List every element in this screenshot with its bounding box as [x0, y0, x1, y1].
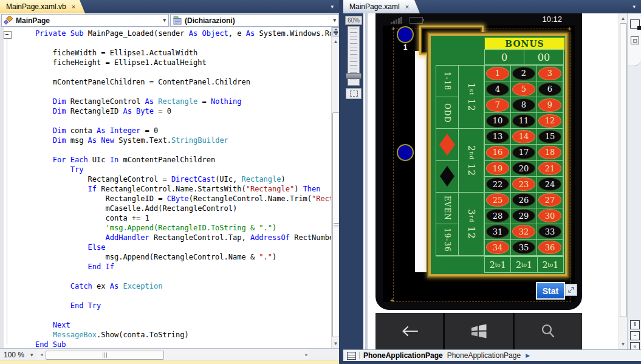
- document-outline-icon[interactable]: [347, 352, 356, 360]
- scroll-left-icon[interactable]: ◂: [38, 351, 46, 359]
- slider-thumb[interactable]: [346, 73, 362, 79]
- bet-cell-odd[interactable]: ODD: [436, 97, 458, 129]
- designer-vertical-scrollbar[interactable]: ▲ ▼: [619, 13, 627, 349]
- roulette-number-cell[interactable]: 26: [511, 193, 537, 208]
- roulette-table[interactable]: BONUS 0 00 12345678910111213141516171819…: [427, 32, 569, 278]
- roulette-chip[interactable]: [397, 26, 414, 43]
- roulette-number-cell[interactable]: 1: [485, 66, 511, 81]
- roulette-number-cell[interactable]: 8: [511, 97, 537, 113]
- vertical-split-icon[interactable]: ‖: [630, 320, 640, 329]
- roulette-number-cell[interactable]: 33: [537, 224, 563, 240]
- object-dropdown[interactable]: MainPage ▾: [1, 14, 169, 27]
- roulette-number-cell[interactable]: 2: [511, 66, 537, 81]
- scroll-right-icon[interactable]: ▸: [303, 351, 310, 359]
- scroll-up-icon[interactable]: ▲: [619, 15, 627, 22]
- roulette-number-cell[interactable]: 34: [485, 240, 511, 256]
- roulette-number-cell[interactable]: 12: [537, 113, 563, 129]
- bet-cell-even[interactable]: EVEN: [436, 193, 458, 224]
- bet-cell-3rd-12[interactable]: 3rd 12: [459, 193, 484, 256]
- collapse-region-icon[interactable]: [4, 31, 12, 39]
- roulette-number-cell[interactable]: 9: [537, 97, 563, 113]
- bet-cell-black[interactable]: [436, 161, 458, 193]
- roulette-number-cell[interactable]: 21: [537, 161, 563, 177]
- bet-cell-2to1[interactable]: 2to1: [510, 257, 536, 272]
- resize-handle-icon[interactable]: [565, 284, 577, 296]
- roulette-number-cell[interactable]: 35: [511, 240, 537, 256]
- roulette-number-cell[interactable]: 4: [485, 81, 511, 97]
- declarations-dropdown[interactable]: (Dichiarazioni) ▾: [170, 14, 339, 27]
- declarations-icon: [173, 16, 182, 26]
- editor-zoom-dropdown[interactable]: 100 % ▾: [0, 351, 37, 359]
- bet-cell-0[interactable]: 0: [485, 50, 524, 64]
- zoom-to-fit-button[interactable]: [346, 88, 362, 99]
- bet-cell-19-36[interactable]: 19-36: [436, 224, 458, 256]
- roulette-number-cell[interactable]: 24: [537, 177, 563, 193]
- bet-cell-00[interactable]: 00: [524, 50, 563, 64]
- xaml-design-surface[interactable]: 60% 10:12 + +: [343, 13, 641, 349]
- roulette-number-cell[interactable]: 22: [485, 177, 511, 193]
- roulette-number-cell[interactable]: 28: [485, 208, 511, 224]
- close-icon[interactable]: ×: [72, 4, 75, 10]
- roulette-number-cell[interactable]: 14: [511, 129, 537, 145]
- code-line: mCaselle.Add(RectangleControl): [18, 204, 331, 213]
- roulette-number-cell[interactable]: 29: [511, 208, 537, 224]
- device-options-icon[interactable]: [630, 19, 640, 29]
- roulette-number-cell[interactable]: 36: [537, 240, 563, 256]
- tab-overflow-icon[interactable]: ▾: [632, 4, 636, 10]
- close-icon[interactable]: ×: [405, 4, 409, 10]
- tab-overflow-icon[interactable]: ▾: [331, 4, 334, 10]
- roulette-number-cell[interactable]: 20: [511, 161, 537, 177]
- roulette-number-cell[interactable]: 32: [511, 224, 537, 240]
- code-editor-surface[interactable]: Private Sub MainPage_Loaded(sender As Ob…: [0, 27, 331, 348]
- breadcrumb-item-page[interactable]: PhoneApplicationPage: [363, 351, 443, 360]
- designer-zoom-value[interactable]: 60%: [345, 16, 362, 25]
- designer-zoom-slider[interactable]: [348, 26, 360, 86]
- tab-mainpage-xaml[interactable]: MainPage.xaml ×: [343, 0, 420, 13]
- number-ellipse: 19: [486, 162, 509, 175]
- bet-cell-2nd-12[interactable]: 2nd 12: [459, 129, 484, 192]
- roulette-number-cell[interactable]: 15: [537, 129, 563, 145]
- scrollbar-thumb[interactable]: [620, 23, 627, 317]
- bet-cell-2to1[interactable]: 2to1: [485, 257, 510, 272]
- scrollbar-thumb[interactable]: [46, 351, 164, 360]
- roulette-number-cell[interactable]: 17: [511, 145, 537, 160]
- editor-horizontal-scrollbar[interactable]: ◂ ▸: [37, 349, 309, 360]
- pane-splitter[interactable]: [339, 0, 343, 364]
- roulette-number-cell[interactable]: 6: [537, 81, 563, 97]
- number-ellipse: 27: [538, 193, 561, 207]
- stat-button[interactable]: Stat: [536, 282, 565, 300]
- phone-screen: + + + 1 BONUS 0 00 1234567891011121: [383, 26, 575, 302]
- roulette-number-cell[interactable]: 19: [485, 161, 511, 177]
- roulette-number-cell[interactable]: 31: [485, 224, 511, 240]
- roulette-number-cell[interactable]: 27: [537, 193, 563, 208]
- bet-cell-1st-12[interactable]: 1st 12: [459, 66, 484, 129]
- roulette-chip[interactable]: [397, 144, 414, 161]
- editor-vertical-scrollbar[interactable]: ▲ ▼: [331, 27, 340, 348]
- bet-cell-1-18[interactable]: 1-18: [436, 66, 458, 97]
- bet-cell-red[interactable]: [436, 129, 458, 160]
- collapse-pane-icon[interactable]: «: [630, 342, 640, 349]
- side-panel[interactable]: [415, 51, 427, 272]
- roulette-number-cell[interactable]: 25: [485, 193, 511, 208]
- roulette-number-cell[interactable]: 13: [485, 129, 511, 145]
- chevron-down-icon[interactable]: ▾: [30, 352, 33, 358]
- roulette-number-cell[interactable]: 10: [485, 113, 511, 129]
- scroll-down-icon[interactable]: ▼: [619, 340, 627, 348]
- roulette-number-cell[interactable]: 16: [485, 145, 511, 160]
- chevron-down-icon[interactable]: ▾: [333, 17, 336, 23]
- roulette-number-cell[interactable]: 18: [537, 145, 563, 160]
- horizontal-split-icon[interactable]: −: [630, 331, 640, 340]
- bet-cell-2to1[interactable]: 2to1: [537, 257, 563, 272]
- tab-mainpage-xaml-vb[interactable]: MainPage.xaml.vb ×: [0, 0, 85, 13]
- chevron-down-icon[interactable]: ▾: [163, 17, 166, 23]
- roulette-number-cell[interactable]: 7: [485, 97, 511, 113]
- bonus-banner[interactable]: BONUS: [484, 37, 565, 50]
- roulette-number-cell[interactable]: 23: [511, 177, 537, 193]
- breadcrumb-expand-icon[interactable]: ▶: [526, 352, 530, 359]
- roulette-number-cell[interactable]: 3: [537, 66, 563, 81]
- roulette-number-cell[interactable]: 5: [511, 81, 537, 97]
- breadcrumb-item-type[interactable]: PhoneApplicationPage: [447, 351, 521, 360]
- artboard-options-icon[interactable]: ⊡: [631, 36, 639, 44]
- roulette-number-cell[interactable]: 11: [511, 113, 537, 129]
- roulette-number-cell[interactable]: 30: [537, 208, 563, 224]
